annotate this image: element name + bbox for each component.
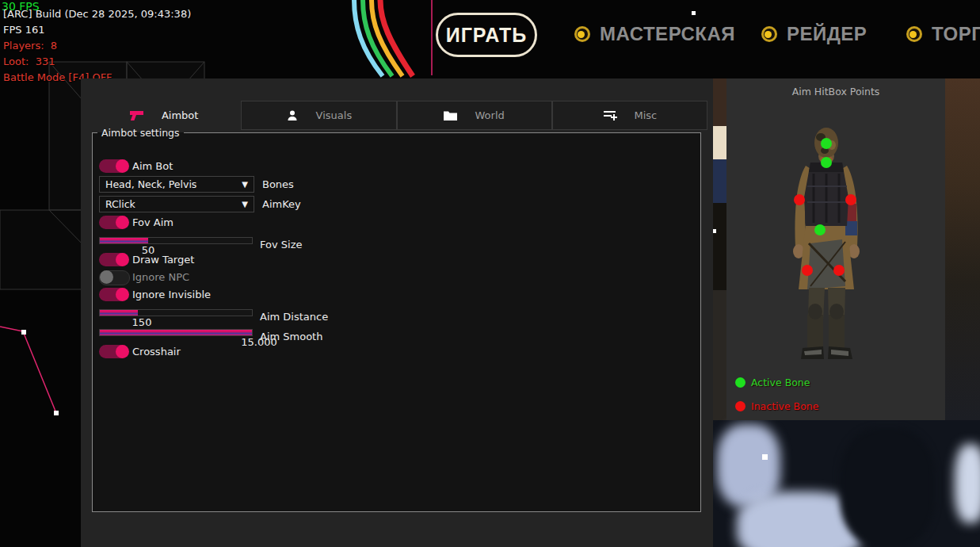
fov-aim-label: Fov Aim (132, 216, 174, 228)
esp-node (692, 11, 696, 15)
active-bone-point[interactable] (814, 224, 826, 235)
toggle-knob (116, 253, 129, 266)
build-label: [ARC] Build (Dec 28 2025, 09:43:38) (3, 8, 191, 20)
bones-dropdown[interactable]: Head, Neck, Pelvis ▼ (99, 176, 254, 193)
toggle-knob (100, 270, 113, 284)
active-bone-point[interactable] (821, 157, 832, 168)
menu-item-trader[interactable]: ТОРГО (906, 23, 980, 45)
aimbot-settings-group: Aimbot settings Aim Bot Head, Neck, Pelv… (92, 127, 701, 512)
person-icon (286, 109, 299, 122)
scene-sliver (713, 78, 726, 126)
hitbox-panel: Aim HitBox Points (726, 78, 945, 420)
legend-inactive-bone: Inactive Bone (735, 400, 818, 412)
tab-label: Aimbot (162, 109, 198, 121)
menu-item-label: МАСТЕРСКАЯ (600, 23, 735, 45)
hitbox-points (726, 78, 945, 420)
tab-visuals[interactable]: Visuals (241, 101, 396, 130)
aim-bot-toggle[interactable] (99, 159, 128, 173)
inactive-bone-point[interactable] (794, 194, 805, 205)
inactive-bone-point[interactable] (845, 194, 856, 205)
aim-distance-label: Aim Distance (260, 311, 328, 323)
tab-aimbot[interactable]: Aimbot (87, 101, 241, 130)
scene-sliver (713, 203, 726, 290)
ignore-invisible-label: Ignore Invisible (132, 289, 211, 300)
tab-world[interactable]: World (397, 101, 552, 130)
scene-sliver (713, 126, 726, 159)
menu-item-workshop[interactable]: МАСТЕРСКАЯ (574, 23, 735, 45)
loot-count-label: Loot: 331 (3, 55, 55, 67)
players-count-label: Players: 8 (3, 40, 57, 52)
chevron-down-icon: ▼ (242, 200, 248, 208)
legend-label: Inactive Bone (751, 400, 818, 412)
scene-rock-texture (945, 78, 980, 420)
menu-item-label: РЕЙДЕР (787, 23, 867, 45)
menu-item-label: ТОРГО (932, 23, 980, 45)
legend-active-bone: Active Bone (735, 377, 810, 388)
play-button-label: ИГРАТЬ (446, 24, 528, 47)
tab-misc[interactable]: Misc (552, 101, 707, 130)
scene-sliver (713, 159, 726, 203)
aimkey-label: AimKey (262, 198, 301, 210)
menu-item-raider[interactable]: РЕЙДЕР (761, 23, 867, 45)
scene-blob (840, 428, 935, 547)
inactive-bone-dot-icon (735, 401, 745, 411)
active-bone-dot-icon (735, 377, 745, 388)
coin-icon (761, 26, 777, 42)
aimkey-dropdown-value: RClick (105, 198, 242, 210)
aim-smooth-value: 15.000 (241, 336, 277, 348)
slider-fill (100, 310, 138, 316)
coin-icon (574, 26, 590, 42)
legend-label: Active Bone (751, 377, 810, 388)
fps-label: FPS 161 (3, 24, 45, 36)
cheat-menu-panel: Aimbot Visuals World (81, 78, 713, 547)
esp-node (54, 411, 59, 415)
coin-icon (906, 26, 922, 42)
aim-smooth-slider[interactable] (99, 329, 253, 336)
fov-size-slider[interactable] (99, 237, 253, 244)
tab-label: World (475, 109, 504, 121)
draw-target-label: Draw Target (132, 254, 194, 266)
esp-node (21, 330, 26, 335)
inactive-bone-point[interactable] (833, 265, 845, 276)
aimbot-settings-title: Aimbot settings (97, 127, 184, 139)
game-screen: 30 FPS [ARC] Build (Dec 28 2025, 09:43:3… (0, 0, 980, 547)
inactive-bone-point[interactable] (802, 265, 813, 276)
tab-bar: Aimbot Visuals World (87, 101, 707, 130)
chevron-down-icon: ▼ (242, 180, 248, 189)
toggle-knob (116, 216, 129, 229)
aim-distance-value: 150 (132, 316, 152, 328)
playlist-add-icon (603, 109, 617, 121)
draw-target-toggle[interactable] (99, 253, 128, 266)
folder-icon (444, 110, 457, 121)
scene-sliver (713, 290, 726, 420)
fov-size-label: Fov Size (260, 239, 302, 251)
crosshair-label: Crosshair (132, 346, 181, 358)
aim-distance-slider[interactable] (99, 309, 253, 316)
tab-label: Visuals (316, 109, 353, 121)
ignore-npc-label: Ignore NPC (132, 271, 189, 283)
ignore-npc-toggle[interactable] (99, 270, 130, 285)
pistol-icon (130, 109, 144, 121)
crosshair-toggle[interactable] (99, 345, 128, 358)
slider-fill (100, 238, 148, 243)
esp-node (762, 454, 768, 460)
active-bone-point[interactable] (821, 138, 832, 149)
tab-label: Misc (635, 109, 658, 121)
toggle-knob (116, 288, 129, 301)
toggle-knob (116, 159, 129, 173)
bones-dropdown-value: Head, Neck, Pelvis (105, 178, 242, 190)
rainbow-stripes (354, 0, 413, 76)
slider-fill (100, 330, 252, 335)
ignore-invisible-toggle[interactable] (99, 288, 128, 301)
aimkey-dropdown[interactable]: RClick ▼ (99, 196, 254, 212)
bones-label: Bones (262, 178, 294, 190)
aim-bot-label: Aim Bot (132, 160, 173, 172)
toggle-knob (116, 345, 129, 358)
play-button[interactable]: ИГРАТЬ (436, 13, 537, 57)
fov-aim-toggle[interactable] (99, 216, 128, 229)
scene-blob (955, 444, 980, 523)
